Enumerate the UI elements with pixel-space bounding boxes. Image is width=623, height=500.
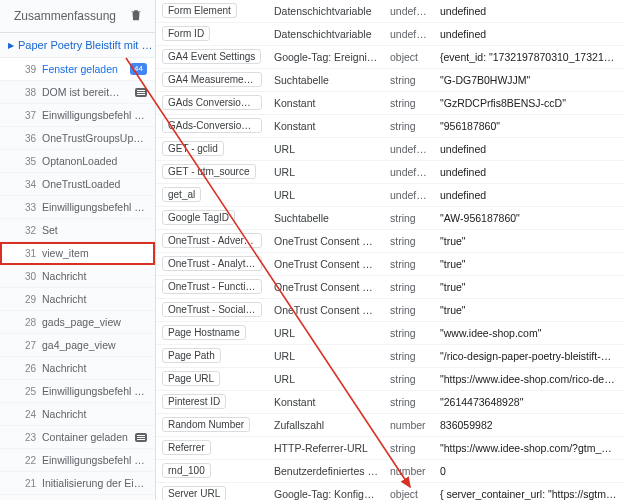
event-name: Nachricht — [42, 293, 147, 305]
event-row[interactable]: 35OptanonLoaded — [0, 150, 155, 173]
event-row[interactable]: 25Einwilligungsbefehl „upd… — [0, 380, 155, 403]
variable-return-type: string — [384, 69, 434, 92]
variable-type: Datenschichtvariable — [268, 23, 384, 46]
variable-value: "true" — [434, 299, 623, 322]
event-row[interactable]: 21Initialisierung der Einwilli… — [0, 472, 155, 495]
variable-row[interactable]: Random NumberZufallszahlnumber836059982 — [156, 414, 623, 437]
variable-type: Datenschichtvariable — [268, 0, 384, 23]
event-name: Set — [42, 224, 147, 236]
event-row[interactable]: 20Einwilligungsbefehl „def… — [0, 495, 155, 500]
event-row[interactable]: 31view_item — [0, 242, 155, 265]
event-name: OptanonLoaded — [42, 155, 147, 167]
variable-row[interactable]: GET - utm_sourceURLundefinedundefined — [156, 161, 623, 184]
chevron-down-icon: ▶ — [8, 41, 14, 50]
variable-row[interactable]: Page PathURLstring"/rico-design-paper-po… — [156, 345, 623, 368]
variable-return-type: undefined — [384, 138, 434, 161]
variable-row[interactable]: Pinterest IDKonstantstring"2614473648928… — [156, 391, 623, 414]
event-row[interactable]: 33Einwilligungsbefehl „upd… — [0, 196, 155, 219]
variable-row[interactable]: OneTrust - Functional ConsentOneTrust Co… — [156, 276, 623, 299]
variable-value: "G-DG7B0HWJJM" — [434, 69, 623, 92]
variable-value: 836059982 — [434, 414, 623, 437]
variable-value: "https://www.idee-shop.com/rico-design-p… — [434, 368, 623, 391]
variable-name-chip: Page Path — [162, 348, 221, 363]
variable-row[interactable]: Form ElementDatenschichtvariableundefine… — [156, 0, 623, 23]
variable-type: Google-Tag: Konfigurationseinstellungen — [268, 483, 384, 501]
variable-type: Konstant — [268, 92, 384, 115]
summary-sidebar: Zusammenfassung ▶ Paper Poetry Bleistift… — [0, 0, 156, 500]
variable-row[interactable]: Page URLURLstring"https://www.idee-shop.… — [156, 368, 623, 391]
event-row[interactable]: 38DOM ist bereit… — [0, 81, 155, 104]
event-row[interactable]: 39Fenster geladen44 — [0, 58, 155, 81]
variable-row[interactable]: GA4 Measurement IDSuchtabellestring"G-DG… — [156, 69, 623, 92]
variable-name-chip: Page URL — [162, 371, 220, 386]
variable-row[interactable]: rnd_100Benutzerdefiniertes JavaScriptnum… — [156, 460, 623, 483]
trash-icon[interactable] — [129, 8, 145, 24]
event-number: 22 — [20, 455, 36, 466]
variable-name-chip: GA4 Event Settings — [162, 49, 261, 64]
variable-row[interactable]: Page HostnameURLstring"www.idee-shop.com… — [156, 322, 623, 345]
event-row[interactable]: 36OneTrustGroupsUpdated — [0, 127, 155, 150]
variable-type: Konstant — [268, 115, 384, 138]
variable-return-type: string — [384, 276, 434, 299]
event-number: 32 — [20, 225, 36, 236]
page-row[interactable]: ▶ Paper Poetry Bleistift mit S… — [0, 33, 155, 58]
event-row[interactable]: 24Nachricht — [0, 403, 155, 426]
event-name: Einwilligungsbefehl „def… — [42, 454, 147, 466]
event-row[interactable]: 27ga4_page_view — [0, 334, 155, 357]
variable-type: Google-Tag: Ereigniseinstellungen — [268, 46, 384, 69]
event-name: DOM ist bereit… — [42, 86, 129, 98]
variable-value: "2614473648928" — [434, 391, 623, 414]
variable-type: URL — [268, 322, 384, 345]
variable-type: Benutzerdefiniertes JavaScript — [268, 460, 384, 483]
event-row[interactable]: 29Nachricht — [0, 288, 155, 311]
event-number: 25 — [20, 386, 36, 397]
variable-value: undefined — [434, 161, 623, 184]
variable-row[interactable]: get_alURLundefinedundefined — [156, 184, 623, 207]
event-number: 34 — [20, 179, 36, 190]
event-number: 29 — [20, 294, 36, 305]
event-row[interactable]: 22Einwilligungsbefehl „def… — [0, 449, 155, 472]
event-row[interactable]: 30Nachricht — [0, 265, 155, 288]
variable-name-chip: GET - gclid — [162, 141, 224, 156]
variable-value: { server_container_url: "https://sgtm.id… — [434, 483, 623, 501]
event-number: 33 — [20, 202, 36, 213]
event-row[interactable]: 34OneTrustLoaded — [0, 173, 155, 196]
variable-row[interactable]: OneTrust - Advertising ConsentOneTrust C… — [156, 230, 623, 253]
variable-value: "true" — [434, 253, 623, 276]
variable-row[interactable]: OneTrust - Social Media ConsentOneTrust … — [156, 299, 623, 322]
event-badge: 44 — [130, 63, 147, 75]
event-number: 37 — [20, 110, 36, 121]
event-row[interactable]: 32Set — [0, 219, 155, 242]
event-number: 38 — [20, 87, 36, 98]
event-row[interactable]: 28gads_page_view — [0, 311, 155, 334]
variable-row[interactable]: GET - gclidURLundefinedundefined — [156, 138, 623, 161]
variable-name-chip: Google TagID — [162, 210, 235, 225]
variable-row[interactable]: Server URLGoogle-Tag: Konfigurationseins… — [156, 483, 623, 501]
variable-return-type: string — [384, 230, 434, 253]
variable-row[interactable]: OneTrust - Analytics ConsentOneTrust Con… — [156, 253, 623, 276]
variable-return-type: string — [384, 207, 434, 230]
variable-row[interactable]: GAds-Conversion-IDKonstantstring"9561878… — [156, 115, 623, 138]
variable-type: OneTrust Consent Groups — [268, 230, 384, 253]
variable-row[interactable]: ReferrerHTTP-Referrer-URLstring"https://… — [156, 437, 623, 460]
variable-row[interactable]: GAds Conversion-Label-KaufKonstantstring… — [156, 92, 623, 115]
variable-row[interactable]: Form IDDatenschichtvariableundefinedunde… — [156, 23, 623, 46]
variable-type: HTTP-Referrer-URL — [268, 437, 384, 460]
variable-type: OneTrust Consent Groups — [268, 276, 384, 299]
event-row[interactable]: 37Einwilligungsbefehl „upd… — [0, 104, 155, 127]
variable-value: undefined — [434, 23, 623, 46]
variable-name-chip: get_al — [162, 187, 201, 202]
variable-name-chip: OneTrust - Advertising Consent — [162, 233, 262, 248]
variable-row[interactable]: GA4 Event SettingsGoogle-Tag: Ereignisei… — [156, 46, 623, 69]
event-name: Einwilligungsbefehl „upd… — [42, 109, 147, 121]
event-row[interactable]: 26Nachricht — [0, 357, 155, 380]
variable-name-chip: GET - utm_source — [162, 164, 256, 179]
event-row[interactable]: 23Container geladen — [0, 426, 155, 449]
event-list: 39Fenster geladen4438DOM ist bereit…37Ei… — [0, 58, 155, 500]
variable-return-type: undefined — [384, 0, 434, 23]
variable-value: "AW-956187860" — [434, 207, 623, 230]
variable-value: "956187860" — [434, 115, 623, 138]
variable-return-type: string — [384, 368, 434, 391]
variable-row[interactable]: Google TagIDSuchtabellestring"AW-9561878… — [156, 207, 623, 230]
event-number: 36 — [20, 133, 36, 144]
